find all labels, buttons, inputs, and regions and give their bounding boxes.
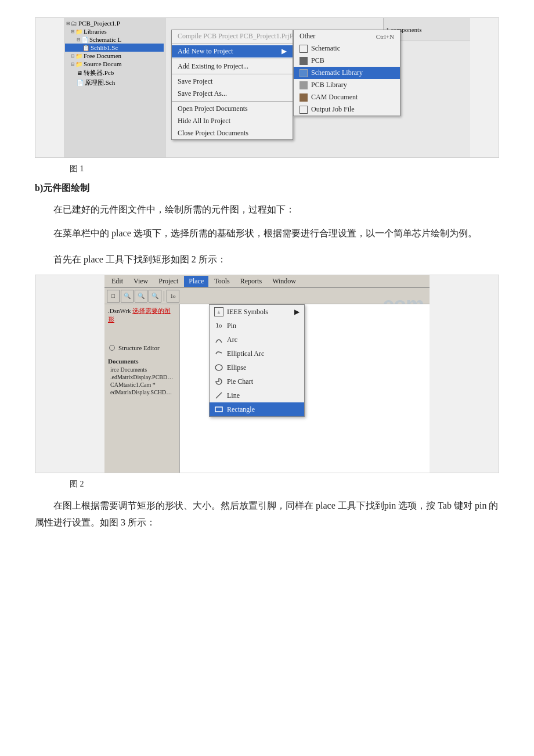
submenu-cam-icon [300,93,308,102]
place-pie-label: Pie Chart [227,377,253,386]
place-ellipse[interactable]: Ellipse [210,361,304,375]
folder-icon-libs: 📁 [75,28,82,35]
file-item-2: .edMatrixDisplay.PCBDOC [106,373,178,381]
menu-save-as[interactable]: Save Project As... [172,88,293,100]
menu-add-new[interactable]: Add New to Project ▶ [172,45,293,57]
menu-close-docs[interactable]: Close Project Documents [172,127,293,139]
tree-item-schlib1[interactable]: 📋 Schlib1.Sc [65,44,164,52]
menu-save-project[interactable]: Save Project [172,75,293,88]
place-rectangle[interactable]: Rectangle [210,402,304,416]
sep1 [172,44,293,44]
svg-point-0 [215,365,222,370]
menu-compile-label: Compile PCB Project PCB_Project1.PrjPCB [178,32,302,40]
menu-reports[interactable]: Reports [236,276,266,287]
menu-place[interactable]: Place [184,276,208,287]
toolbar-btn-select[interactable]: □ [107,290,120,303]
tree-item-sourcedoc: ⊟ 📁 Source Docum [65,60,164,68]
file-item-3: CAMtastic1.Cam * [106,381,178,388]
submenu-add-new[interactable]: Other Ctrl+N Schematic PCB Schematic Lib… [293,30,400,116]
place-pin[interactable]: 1o Pin [210,319,304,333]
toolbar-btn-pin[interactable]: 1o [167,290,179,303]
toolbar-btn-zoom1[interactable]: 🔍 [121,290,134,303]
figure1-container: ⊟ 🗂 PCB_Project1.P ⊟ 📁 Libraries ⊟ 📄 Sch… [35,17,499,158]
menu-hide-all[interactable]: Hide All In Project [172,115,293,127]
rect-icon [214,405,223,414]
submenu-arrow: ▶ [282,47,287,56]
submenu-schlib-label: Schematic Library [311,69,363,77]
place-rectangle-label: Rectangle [227,405,255,414]
menu-save-project-label: Save Project [178,77,212,85]
line-icon [214,391,223,400]
menu-project[interactable]: Project [154,276,183,287]
place-elliptical-arc-label: Elliptical Arc [227,350,264,358]
place-line-label: Line [227,391,240,400]
submenu-schematic-icon [300,45,308,53]
menu-edit[interactable]: Edit [107,276,128,287]
tree-label-sch: 原理图.Sch [85,78,115,87]
tree-label-schlib: Schematic L [89,36,121,43]
place-arc[interactable]: Arc [210,333,304,347]
sep4 [172,101,293,102]
submenu-other[interactable]: Other Ctrl+N [294,30,400,42]
folder-icon-sourcedoc: 📁 [75,61,82,67]
submenu-pcblib[interactable]: PCB Library [294,79,400,91]
pie-icon [214,377,223,386]
fig2-canvas: ± IEEE Symbols ▶ 1o Pin [180,304,430,473]
project-tree-panel: ⊟ 🗂 PCB_Project1.P ⊟ 📁 Libraries ⊟ 📄 Sch… [64,18,165,157]
tree-label-sourcedoc: Source Docum [84,60,122,67]
submenu-schematic[interactable]: Schematic [294,42,400,55]
menu-view[interactable]: View [129,276,153,287]
submenu-pcb-icon [300,57,308,65]
svg-rect-2 [215,407,222,412]
schlib-icon: 📄 [81,37,88,43]
pcb-icon: 🖥 [77,70,82,76]
file-item-4: edMatrixDisplay.SCHDOC [106,388,178,396]
menu-tools-label: Tools [214,277,230,285]
toolbar-btn-zoom2[interactable]: 🔍 [135,290,147,303]
schlib1-icon: 📋 [82,45,89,51]
ieee-arrow: ▶ [294,308,300,316]
menu-project-label: Project [158,277,178,285]
tree-item-project: ⊟ 🗂 PCB_Project1.P [65,19,164,27]
submenu-schematic-label: Schematic [311,44,340,53]
figure2-container: .com Edit View Project Place Tools Repor… [35,275,499,473]
toolbar-btn-zoom3[interactable]: 🔍 [149,290,161,303]
context-menu[interactable]: Compile PCB Project PCB_Project1.PrjPCB … [171,30,293,140]
submenu-schlib-icon [300,69,308,77]
submenu-output[interactable]: Output Job File [294,103,400,116]
folder-icon-freedoc: 📁 [75,53,82,59]
submenu-schlib[interactable]: Schematic Library [294,67,400,79]
menu-tools[interactable]: Tools [210,276,234,287]
place-line[interactable]: Line [210,388,304,402]
tree-label-libraries: Libraries [84,28,107,35]
menu-close-docs-label: Close Project Documents [178,129,248,137]
submenu-output-icon [300,106,308,114]
menu-window-label: Window [272,277,296,285]
radio-icon [109,345,115,351]
menu-edit-label: Edit [111,277,123,285]
paragraph1: 在已建好的元件图文件中，绘制所需的元件图，过程如下： [35,201,499,218]
tree-expand-freedoc: ⊟ [71,53,75,59]
menu-open-docs[interactable]: Open Project Documents [172,103,293,115]
tree-label-freedoc: Free Documen [84,52,121,59]
menu-area: 1 components Compile PCB Project PCB_Pro… [165,18,470,157]
tree-expand-schlib: ⊟ [77,37,81,42]
submenu-output-label: Output Job File [311,105,355,114]
tree-label-schlib1: Schlib1.Sc [91,44,118,51]
place-pie[interactable]: Pie Chart [210,375,304,388]
file-item-1: irce Documents [106,366,178,373]
place-ieee[interactable]: ± IEEE Symbols ▶ [210,305,304,319]
menu-window[interactable]: Window [268,276,301,287]
tree-expand-icon: ⊟ [66,21,70,26]
menu-view-label: View [134,277,148,285]
submenu-pcb[interactable]: PCB [294,55,400,67]
submenu-cam-label: CAM Document [311,93,358,102]
submenu-other-shortcut: Ctrl+N [376,33,394,40]
place-dropdown-menu[interactable]: ± IEEE Symbols ▶ 1o Pin [209,304,305,417]
dsnwrk-item: .DsnWrk 选择需要的图形 [106,305,178,325]
menu-add-existing[interactable]: Add Existing to Project... [172,60,293,73]
fig1-window: ⊟ 🗂 PCB_Project1.P ⊟ 📁 Libraries ⊟ 📄 Sch… [64,18,470,157]
place-ieee-label: IEEE Symbols [227,308,268,316]
place-elliptical-arc[interactable]: Elliptical Arc [210,347,304,361]
submenu-cam[interactable]: CAM Document [294,91,400,103]
